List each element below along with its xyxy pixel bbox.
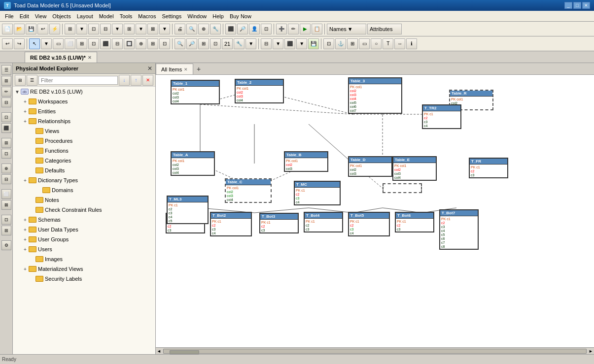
side-btn-9[interactable]: ⊕ xyxy=(1,164,11,173)
erd-table-3[interactable]: Table_3 PK col1 col2 col3 col4 col5 col6… xyxy=(348,77,402,114)
materialized-views-expander[interactable]: + xyxy=(22,265,29,272)
scroll-right-btn[interactable]: ► xyxy=(589,349,593,354)
names-dropdown[interactable]: Names ▼ xyxy=(327,24,366,34)
tb2-b10[interactable]: ⊕ xyxy=(136,38,146,49)
tb2-b6[interactable]: ⊡ xyxy=(88,38,99,49)
tb-btn-1[interactable]: ⊞ xyxy=(65,24,75,34)
tb2-x1[interactable]: ⊡ xyxy=(323,38,334,49)
menu-settings[interactable]: Settings xyxy=(159,12,184,20)
filter-down-btn[interactable]: ↓ xyxy=(119,75,130,86)
tree-functions[interactable]: + Functions xyxy=(13,146,155,156)
list-view-btn[interactable]: ☰ xyxy=(27,75,37,86)
tree-entities[interactable]: + Entities xyxy=(13,106,155,116)
minimize-button[interactable]: _ xyxy=(564,2,572,9)
erd-table-mid-left3[interactable]: T_ML3 PK c1 c2 c3 c4 c5 xyxy=(167,196,209,224)
erd-table-mid-small[interactable]: · xyxy=(383,183,422,193)
erd-table-bot2[interactable]: T_Bot2 PK c1 c2 c3 c4 xyxy=(210,212,252,236)
erd-table-1[interactable]: Table_1 PK col1 col2 col3 col4 xyxy=(171,80,220,104)
erd-table-mid-center[interactable]: T_MC PK c1 c2 c3 c4 xyxy=(294,181,341,205)
tb-btn-8[interactable]: ⊠ xyxy=(147,24,158,34)
open-button[interactable]: 📂 xyxy=(14,24,25,34)
side-btn-5[interactable]: ⊡ xyxy=(1,112,11,122)
filter-up-btn[interactable]: ↑ xyxy=(131,75,141,86)
root-expander[interactable]: ▼ xyxy=(14,88,21,95)
user-data-types-expander[interactable]: + xyxy=(22,226,29,233)
canvas-tab-0[interactable]: All Items ✕ xyxy=(156,64,193,74)
tree-domains[interactable]: + Domains xyxy=(13,185,155,195)
zoom-button[interactable]: ⊕ xyxy=(198,24,209,34)
tree-views[interactable]: + Views xyxy=(13,126,155,136)
users-expander[interactable]: + xyxy=(22,246,29,253)
tree-relationships[interactable]: + Relationships xyxy=(13,116,155,126)
side-btn-7[interactable]: ⊞ xyxy=(1,138,11,148)
tb2-x4[interactable]: ▭ xyxy=(359,38,370,49)
erd-table-bot4[interactable]: T_Bot4 PK c1 c2 c3 xyxy=(304,212,343,232)
tb2-mag[interactable]: 🔎 xyxy=(186,38,197,49)
save-button[interactable]: 💾 xyxy=(26,24,36,34)
tree-users[interactable]: + Users xyxy=(13,244,155,254)
tb2-grid4[interactable]: ▼ xyxy=(296,38,307,49)
tb-btn-4[interactable]: ⊟ xyxy=(100,24,111,34)
tree-security-labels[interactable]: + Security Labels xyxy=(13,274,155,284)
side-btn-13[interactable]: ⊡ xyxy=(1,215,11,225)
tb2-b2[interactable]: ▼ xyxy=(41,38,52,49)
menu-layout[interactable]: Layout xyxy=(74,12,96,20)
tb-d1[interactable]: ➕ xyxy=(276,24,287,34)
tb2-save2[interactable]: 💾 xyxy=(308,38,319,49)
select-tool[interactable]: ↖ xyxy=(29,38,40,49)
tb-btn-7[interactable]: ▼ xyxy=(136,24,146,34)
menu-macros[interactable]: Macros xyxy=(135,12,159,20)
erd-table-mid1[interactable]: Table_A PK col1 col2 col3 col4 xyxy=(171,151,215,176)
export-button[interactable]: 🔧 xyxy=(210,24,221,34)
erd-table-mid2[interactable]: Table_B PK col1 col2 col3 xyxy=(284,151,328,172)
erd-table-mid3[interactable]: Table_C PK col1 col2 col3 col4 xyxy=(225,178,272,203)
side-btn-14[interactable]: ⊞ xyxy=(1,226,11,235)
side-btn-1[interactable]: ☰ xyxy=(1,65,11,75)
menu-tools[interactable]: Tools xyxy=(117,12,136,20)
menu-buynow[interactable]: Buy Now xyxy=(227,12,254,20)
erd-table-bot7[interactable]: T_Bot7 PK c1 c2 c3 c4 c5 c6 c7 c8 xyxy=(439,209,479,250)
erd-table-2[interactable]: Table_2 PK col1 col2 col3 col4 xyxy=(235,79,284,103)
explorer-close-button[interactable]: ✕ xyxy=(147,65,152,72)
menu-window[interactable]: Window xyxy=(184,12,210,20)
tb2-grid2[interactable]: ▼ xyxy=(273,38,283,49)
tree-notes[interactable]: + Notes xyxy=(13,195,155,205)
tb2-search[interactable]: 🔍 xyxy=(175,38,185,49)
names-dropdown-arrow[interactable]: ▼ xyxy=(348,26,353,32)
tb2-x8[interactable]: ℹ xyxy=(406,38,417,49)
tb-d2[interactable]: ✏ xyxy=(288,24,299,34)
window-controls[interactable]: _ □ ✕ xyxy=(564,2,590,9)
forward-button[interactable]: ⚡ xyxy=(49,24,60,34)
undo-button[interactable]: ↩ xyxy=(2,38,13,49)
tree-workspaces[interactable]: + Workspaces xyxy=(13,97,155,106)
tb2-fit[interactable]: ⊞ xyxy=(198,38,209,49)
zoom-in-btn[interactable]: 🔧 xyxy=(234,38,245,49)
canvas-tab-close[interactable]: ✕ xyxy=(184,67,188,72)
tree-user-groups[interactable]: + User Groups xyxy=(13,234,155,244)
tree-dictionary-types[interactable]: + Dictionary Types xyxy=(13,175,155,185)
erd-table-mid5[interactable]: Table_E PK col1 col2 col3 col4 xyxy=(392,156,437,181)
tb2-x3[interactable]: ⊞ xyxy=(347,38,358,49)
tb2-b8[interactable]: ⊟ xyxy=(112,38,123,49)
tb-c2[interactable]: 🔎 xyxy=(237,24,248,34)
scroll-left-btn[interactable]: ◄ xyxy=(157,349,161,354)
h-scroll-thumb[interactable] xyxy=(170,350,199,354)
side-btn-15[interactable]: ⚙ xyxy=(1,240,11,250)
tb-btn-3[interactable]: ⊡ xyxy=(88,24,99,34)
erd-table-mid4[interactable]: Table_D PK col1 col2 col3 xyxy=(348,156,392,177)
tb2-x6[interactable]: T xyxy=(383,38,393,49)
run-button[interactable]: ▶ xyxy=(300,24,311,34)
erd-table-bot6[interactable]: T_Bot6 PK c1 c2 c3 xyxy=(395,212,434,232)
erd-table-bot3[interactable]: T_Bot3 PK c1 c2 c3 xyxy=(259,213,299,233)
print-button[interactable]: 🖨 xyxy=(175,24,185,34)
menu-objects[interactable]: Objects xyxy=(49,12,73,20)
tree-check-constraints[interactable]: + Check Constraint Rules xyxy=(13,205,155,215)
attributes-dropdown[interactable]: Attributes xyxy=(367,24,402,34)
tb2-b9[interactable]: 🔲 xyxy=(124,38,135,49)
tb2-grid1[interactable]: ⊟ xyxy=(261,38,272,49)
side-btn-11[interactable]: ⬜ xyxy=(1,189,11,199)
entities-expander[interactable]: + xyxy=(22,108,29,115)
tb2-b3[interactable]: ▭ xyxy=(53,38,64,49)
tb2-x5[interactable]: ○ xyxy=(371,38,382,49)
doc-tab-close[interactable]: ✕ xyxy=(88,55,92,60)
